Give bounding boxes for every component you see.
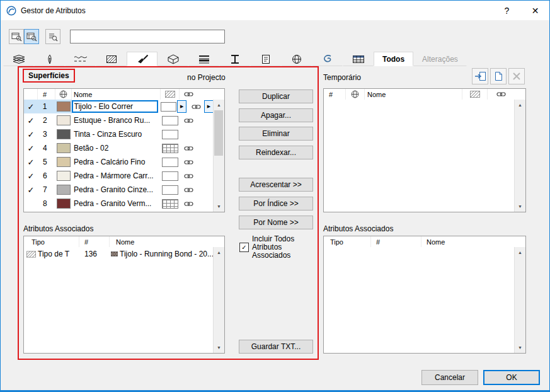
header-number[interactable]: # xyxy=(371,236,421,247)
save-txt-button[interactable]: Guardar TXT... xyxy=(239,340,313,354)
texture-dropdown-button[interactable]: ▶ xyxy=(204,100,214,113)
fill-swatch[interactable] xyxy=(162,199,178,209)
scrollbar[interactable]: ▲ ▼ xyxy=(514,100,525,212)
surface-row[interactable]: ✓ 4 Betão - 02 xyxy=(24,141,214,155)
tab-cities[interactable] xyxy=(281,52,312,66)
color-swatch[interactable] xyxy=(57,171,71,181)
scrollbar[interactable]: ▲ ▼ xyxy=(213,100,224,212)
row-name[interactable]: Pedra - Mármore Carr... xyxy=(72,169,161,183)
fill-swatch[interactable] xyxy=(162,185,178,195)
surface-row[interactable]: ✓ 7 Pedra - Granito Cinze... xyxy=(24,183,214,197)
scroll-up-button[interactable]: ▲ xyxy=(214,248,224,257)
row-check[interactable]: ✓ xyxy=(24,127,38,141)
color-swatch[interactable] xyxy=(57,115,71,125)
tab-surfaces[interactable] xyxy=(127,52,158,66)
scroll-down-button[interactable]: ▼ xyxy=(214,343,224,352)
view-detail-button[interactable] xyxy=(24,29,39,44)
tab-operation-profiles[interactable] xyxy=(312,52,343,66)
tab-profiles[interactable] xyxy=(219,52,250,66)
tab-fill-types[interactable] xyxy=(96,52,127,66)
temporary-list[interactable]: # Nome ▲ ▼ xyxy=(323,88,526,212)
fill-swatch[interactable] xyxy=(162,130,178,139)
scrollbar[interactable]: ▲ ▼ xyxy=(213,247,224,353)
header-owner[interactable] xyxy=(55,89,72,100)
tab-pens[interactable] xyxy=(34,52,65,66)
row-check[interactable] xyxy=(24,197,38,210)
fill-swatch[interactable] xyxy=(162,144,178,153)
reindex-button[interactable]: Reindexar... xyxy=(239,146,313,159)
row-name[interactable]: Tinta - Cinza Escuro xyxy=(72,127,161,141)
scrollbar-thumb[interactable] xyxy=(214,110,223,156)
header-texture[interactable] xyxy=(488,89,515,100)
row-check[interactable]: ✓ xyxy=(24,169,38,183)
row-name[interactable]: Betão - 02 xyxy=(72,141,161,155)
scroll-up-button[interactable]: ▲ xyxy=(214,100,224,110)
tab-composites[interactable] xyxy=(188,52,219,66)
tab-line-types[interactable] xyxy=(65,52,96,66)
titlebar[interactable]: Gestor de Atributos ? ✕ xyxy=(1,1,549,20)
filter-input[interactable] xyxy=(70,30,225,43)
row-name[interactable]: Pedra - Calcário Fino xyxy=(72,155,161,169)
header-fill[interactable] xyxy=(462,89,488,100)
header-tipo[interactable]: Tipo xyxy=(24,236,79,247)
tab-layers[interactable] xyxy=(3,52,34,66)
new-temp-button[interactable] xyxy=(490,68,507,84)
scroll-down-button[interactable]: ▼ xyxy=(515,202,525,211)
overwrite-by-name-button[interactable]: Por Nome >> xyxy=(239,216,313,229)
overwrite-by-index-button[interactable]: Por Índice >> xyxy=(239,197,313,210)
header-fill[interactable] xyxy=(161,89,180,100)
row-name[interactable]: Estuque - Branco Ru... xyxy=(72,113,161,127)
row-check[interactable]: ✓ xyxy=(24,141,38,155)
color-swatch[interactable] xyxy=(57,157,71,167)
tab-zone-categories[interactable] xyxy=(250,52,281,66)
duplicate-button[interactable]: Duplicar xyxy=(239,89,313,103)
tab-mep-systems[interactable] xyxy=(343,52,374,66)
tab-alteracoes[interactable]: Alterações xyxy=(413,52,467,66)
row-name[interactable]: Pedra - Granito Cinze... xyxy=(72,183,161,197)
tab-todos[interactable]: Todos xyxy=(374,52,413,66)
color-swatch[interactable] xyxy=(57,101,71,112)
row-name[interactable]: Pedra - Granito Verm... xyxy=(72,197,161,210)
row-check[interactable]: ✓ xyxy=(24,100,38,113)
surface-row-selected[interactable]: ✓ 1 ▶ ▶ xyxy=(24,100,214,113)
surface-name-edit-input[interactable] xyxy=(72,100,158,113)
purge-button[interactable]: Eliminar xyxy=(239,127,313,141)
associated-row[interactable]: Tipo de T 136 Tijolo - Running Bond - 20… xyxy=(24,247,214,261)
surfaces-list[interactable]: # Nome ✓ 1 ▶ ▶ ✓ 2 Estuque - Branco Ru..… xyxy=(23,88,225,212)
surface-row[interactable]: ✓ 6 Pedra - Mármore Carr... xyxy=(24,169,214,183)
scroll-up-button[interactable]: ▲ xyxy=(515,100,525,110)
temporary-associated-list[interactable]: Tipo # Nome ▲ ▼ xyxy=(323,236,526,354)
header-texture[interactable] xyxy=(180,89,197,100)
fill-swatch[interactable] xyxy=(162,158,178,167)
fill-swatch[interactable] xyxy=(161,102,177,112)
scroll-up-button[interactable]: ▲ xyxy=(515,248,525,257)
append-button[interactable]: Acrescentar >> xyxy=(239,178,313,192)
row-check[interactable]: ✓ xyxy=(24,183,38,197)
scroll-down-button[interactable]: ▼ xyxy=(214,202,224,211)
scroll-down-button[interactable]: ▼ xyxy=(515,343,525,352)
header-number[interactable]: # xyxy=(79,236,110,247)
fill-swatch[interactable] xyxy=(162,116,178,125)
surface-row[interactable]: 8 Pedra - Granito Verm... xyxy=(24,197,214,210)
surface-row[interactable]: ✓ 3 Tinta - Cinza Escuro xyxy=(24,127,214,141)
include-associated-checkbox[interactable]: ✓ xyxy=(239,243,249,252)
surface-row[interactable]: ✓ 2 Estuque - Branco Ru... xyxy=(24,113,214,127)
scrollbar[interactable]: ▲ ▼ xyxy=(514,247,525,353)
help-button[interactable]: ? xyxy=(493,1,521,20)
row-check[interactable]: ✓ xyxy=(24,113,38,127)
clear-temp-button[interactable] xyxy=(508,68,525,84)
fill-dropdown-button[interactable]: ▶ xyxy=(177,100,186,113)
close-button[interactable]: ✕ xyxy=(521,1,549,20)
search-view-button[interactable] xyxy=(45,29,60,44)
color-swatch[interactable] xyxy=(57,199,71,209)
header-number[interactable]: # xyxy=(38,89,55,100)
view-by-type-button[interactable] xyxy=(9,29,24,44)
header-owner[interactable] xyxy=(346,89,365,100)
delete-button[interactable]: Apagar... xyxy=(239,108,313,122)
import-to-temp-button[interactable] xyxy=(472,68,488,84)
associated-list[interactable]: Tipo # Nome Tipo de T 136 Tijolo - Runni… xyxy=(23,236,225,354)
color-swatch[interactable] xyxy=(57,185,71,195)
header-name[interactable]: Nome xyxy=(72,89,161,100)
row-check[interactable]: ✓ xyxy=(24,155,38,169)
tab-building-materials[interactable] xyxy=(158,52,188,66)
